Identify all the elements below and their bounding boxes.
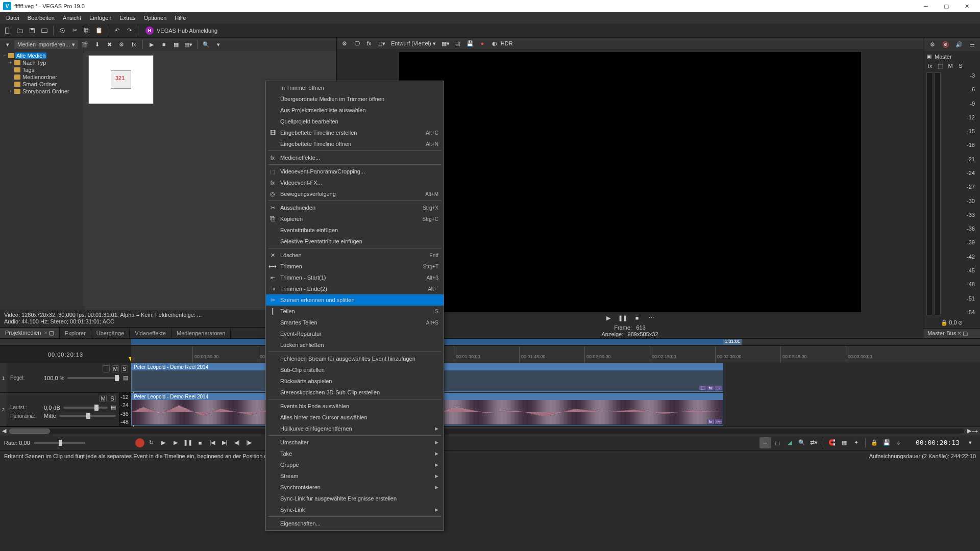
auto-preview-button[interactable]: ▦	[170, 39, 182, 50]
tree-tags[interactable]: Tags	[1, 66, 83, 73]
minimize-button[interactable]: ─	[916, 0, 936, 12]
preview-device-button[interactable]: 🖵	[351, 38, 362, 49]
ctx-envelope[interactable]: Hüllkurve einfügen/entfernen▶	[266, 423, 444, 434]
tab-explorer[interactable]: Explorer	[60, 329, 91, 338]
clip-pan-icon[interactable]: ⬚	[699, 386, 706, 390]
ctx-trim-start[interactable]: ⇤Trimmen - Start(1)Alt+ß	[266, 272, 444, 283]
properties-button[interactable]	[57, 25, 68, 36]
color-grading-button[interactable]: ◐	[489, 38, 500, 49]
track1-level-slider[interactable]	[67, 377, 120, 379]
master-mute-button[interactable]: M	[947, 63, 954, 69]
pause-button[interactable]: ❚❚	[182, 437, 193, 448]
tree-all-media[interactable]: −Alle Medien	[1, 52, 83, 59]
track2-more-button[interactable]: ▤	[111, 404, 116, 411]
overlays-button[interactable]: ▦▾	[440, 38, 451, 49]
ctx-video-fx[interactable]: fxVideoevent-FX...	[266, 177, 444, 188]
capture-button[interactable]: 🎬	[79, 39, 90, 50]
record-button[interactable]	[135, 438, 144, 447]
track2-pan-slider[interactable]	[59, 415, 116, 417]
menu-help[interactable]: Hilfe	[170, 13, 190, 22]
ctx-trim-end[interactable]: ⇥Trimmen - Ende(2)Alt+´	[266, 283, 444, 294]
maximize-button[interactable]: ▢	[936, 0, 957, 12]
ctx-paste-attr-sel[interactable]: Selektive Eventattribute einfügen	[266, 236, 444, 247]
open-button[interactable]	[14, 25, 26, 36]
media-stop-button[interactable]: ■	[158, 39, 169, 50]
envelope-tool[interactable]: ◢	[784, 437, 795, 448]
master-insert-button[interactable]: ⬚	[937, 63, 944, 69]
next-frame-button[interactable]: |▶	[243, 437, 255, 448]
rate-slider[interactable]	[34, 442, 85, 444]
undo-button[interactable]: ↶	[111, 25, 122, 36]
reset-icon[interactable]: ⊘	[958, 319, 963, 325]
ctx-split[interactable]: ┃TeilenS	[266, 306, 444, 317]
ctx-close-gaps[interactable]: Lücken schließen	[266, 339, 444, 350]
ctx-delete[interactable]: ✕LöschenEntf	[266, 249, 444, 261]
split-screen-button[interactable]: ◫▾	[376, 38, 387, 49]
track1-more-button[interactable]: ▤	[123, 374, 128, 381]
clip-more-icon[interactable]: ⋯	[715, 386, 722, 390]
save-snapshot-button[interactable]: 💾	[464, 38, 476, 49]
loop-region-end[interactable]: 1:31:01	[723, 339, 742, 345]
shuffle-tool[interactable]: ⇄▾	[808, 437, 820, 448]
timeline-loop-ruler[interactable]: 1:31:01	[0, 339, 980, 346]
ctx-edit-source[interactable]: Quellprojekt bearbeiten	[266, 116, 444, 127]
ctx-motion-track[interactable]: ◎BewegungsverfolgungAlt+M	[266, 188, 444, 199]
track1-solo-button[interactable]: S	[121, 365, 128, 372]
tree-by-type[interactable]: +Nach Typ	[1, 59, 83, 66]
preview-more-button[interactable]: ⋯	[646, 312, 657, 323]
scroll-left-icon[interactable]: ◀	[2, 428, 6, 434]
audio-fx-icon[interactable]: fx	[707, 419, 714, 424]
ctx-scene-detect-split[interactable]: ✂Szenen erkennen und splitten	[266, 294, 444, 306]
track1-mute-button[interactable]: M	[112, 365, 119, 372]
vegas-stream-button[interactable]: ●	[477, 38, 488, 49]
go-start-button[interactable]: |◀	[207, 437, 218, 448]
play-button[interactable]: ▶	[170, 437, 181, 448]
play-start-button[interactable]: ▶	[158, 437, 169, 448]
timecode-display[interactable]: 00:00:20:13	[0, 346, 131, 363]
scrollbar-thumb[interactable]	[9, 429, 50, 434]
ctx-nested-open[interactable]: Eingebettete Timeline öffnenAlt+N	[266, 138, 444, 149]
menu-tools[interactable]: Extras	[115, 13, 139, 22]
ctx-trim[interactable]: ⟷TrimmenStrg+T	[266, 261, 444, 272]
auto-crossfade-button[interactable]: ⟐	[893, 437, 904, 448]
search-dropdown[interactable]: ▾	[213, 39, 224, 50]
ctx-subclip[interactable]: Sub-Clip erstellen	[266, 364, 444, 375]
downmix-button[interactable]: 🔊	[953, 39, 965, 50]
ctx-event-repair[interactable]: Event-Reparatur	[266, 328, 444, 339]
close-button[interactable]: ✕	[957, 0, 977, 12]
master-props-button[interactable]: ⚙	[927, 39, 938, 50]
ctx-cut[interactable]: ✂AusschneidenStrg+X	[266, 202, 444, 213]
media-fx-button[interactable]: fx	[128, 39, 139, 50]
audio-more-icon[interactable]: ⋯	[715, 419, 722, 424]
ctx-stream[interactable]: Stream▶	[266, 470, 444, 482]
timeline-clips-area[interactable]: Peter Leopold - Demo Reel 2014 ⬚fx⋯ Pete…	[131, 363, 980, 427]
ctx-paste-attr[interactable]: Eventattribute einfügen	[266, 224, 444, 236]
menu-view[interactable]: Ansicht	[59, 13, 85, 22]
new-project-button[interactable]	[2, 25, 13, 36]
snap-button[interactable]: 🧲	[826, 437, 838, 448]
import-media-button[interactable]: Medien importieren... ▾	[14, 40, 78, 49]
preview-props-button[interactable]: ⚙	[339, 38, 350, 49]
timeline-scrollbar[interactable]: ◀ ▶ − +	[0, 427, 980, 435]
tab-videofx[interactable]: Videoeffekte	[130, 329, 172, 338]
ctx-missing-stream[interactable]: Fehlenden Stream für ausgewähltes Event …	[266, 353, 444, 364]
ctx-select-after-cursor[interactable]: Alles hinter dem Cursor auswählen	[266, 412, 444, 423]
ctx-stereo3d[interactable]: Stereoskopischen 3D-Sub-Clip erstellen	[266, 387, 444, 398]
track2-mute-button[interactable]: M	[100, 395, 107, 402]
timeline-ruler[interactable]: 00:00:30:00 00:00:45:00 00:01:00:00 00:0…	[131, 346, 980, 363]
get-media-button[interactable]: ⬇	[91, 39, 103, 50]
preview-play-button[interactable]: ▶	[603, 312, 614, 323]
media-dropdown-icon[interactable]: ▾	[2, 39, 13, 50]
zoom-tool[interactable]: 🔍	[796, 437, 807, 448]
ctx-pan-crop[interactable]: ⬚Videoevent-Panorama/Cropping...	[266, 166, 444, 177]
clip-fx-icon[interactable]: fx	[707, 386, 714, 390]
normal-edit-tool[interactable]: ↔	[760, 437, 771, 448]
track-header-audio[interactable]: 2 MS Lautst.:0,0 dB▤ Panorama:Mitte -12-…	[0, 393, 131, 427]
mixer-button[interactable]: ⚌	[967, 39, 978, 50]
ctx-media-fx[interactable]: fxMedieneffekte...	[266, 152, 444, 163]
track2-solo-button[interactable]: S	[109, 395, 116, 402]
tab-transitions[interactable]: Übergänge	[91, 329, 130, 338]
zoom-in-icon[interactable]: +	[975, 428, 978, 434]
paste-button[interactable]: 📋	[93, 25, 105, 36]
lock-icon[interactable]: 🔒	[941, 319, 948, 325]
